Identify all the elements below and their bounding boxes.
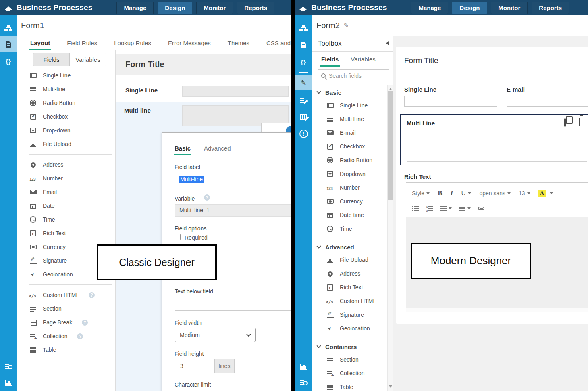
scroll-up-icon[interactable] xyxy=(389,86,392,90)
toolbox-item-signature[interactable]: Signature xyxy=(312,308,387,322)
richtext-resize-handle[interactable] xyxy=(406,308,588,312)
toolbox-item-section[interactable]: Section xyxy=(312,353,387,366)
field-item-multi-line[interactable]: Multi-line xyxy=(17,82,115,96)
toolbox-item-email[interactable]: E-mail xyxy=(312,126,387,140)
edit-form-name-icon[interactable]: ✎ xyxy=(344,22,349,29)
home-icon[interactable] xyxy=(5,5,12,11)
toolbox-item-number[interactable]: Number xyxy=(312,181,387,194)
home-icon[interactable] xyxy=(299,5,306,11)
field-item-custom-html[interactable]: Custom HTML? xyxy=(17,288,115,302)
selected-multi-line-field[interactable]: Multi Line xyxy=(400,114,588,165)
nav-item-reports[interactable]: Reports xyxy=(532,2,569,14)
field-item-collection[interactable]: Collection? xyxy=(17,329,115,343)
form-title[interactable]: Form Title xyxy=(404,56,438,65)
field-item-time[interactable]: Time xyxy=(17,213,115,226)
numbered-list-button[interactable] xyxy=(426,205,433,211)
align-dropdown[interactable] xyxy=(440,205,452,211)
field-item-page-break[interactable]: Page Break? xyxy=(17,316,115,329)
toolbox-item-date-time[interactable]: Date time xyxy=(312,208,387,222)
toolbox-item-address[interactable]: Address xyxy=(312,267,387,280)
alert-icon[interactable]: ! xyxy=(295,126,312,141)
toolbox-tab-variables[interactable]: Variables xyxy=(351,52,375,66)
field-item-file-upload[interactable]: File Upload xyxy=(17,137,115,151)
underline-dropdown[interactable]: U xyxy=(461,189,471,197)
field-item-email[interactable]: Email xyxy=(17,185,115,199)
field-item-rich-text[interactable]: Rich Text xyxy=(17,226,115,240)
sitemap-icon[interactable] xyxy=(0,20,17,36)
insert-link-button[interactable] xyxy=(478,207,484,210)
field-label-input[interactable]: Multi-line xyxy=(175,173,291,186)
delete-field-icon[interactable] xyxy=(579,118,580,125)
field-item-number[interactable]: Number xyxy=(17,171,115,185)
toolbox-scrollbar[interactable] xyxy=(387,85,393,391)
toolbox-item-currency[interactable]: Currency xyxy=(312,194,387,208)
toolbox-item-geolocation[interactable]: Geolocation xyxy=(312,322,387,335)
nav-item-design[interactable]: Design xyxy=(452,2,487,14)
collapse-panel-icon[interactable] xyxy=(384,41,389,45)
nav-item-monitor[interactable]: Monitor xyxy=(491,2,528,14)
toolbox-item-dropdown[interactable]: Dropdown xyxy=(312,167,387,181)
nav-item-manage[interactable]: Manage xyxy=(116,2,154,14)
single-line-field-input[interactable] xyxy=(182,86,289,97)
nav-item-design[interactable]: Design xyxy=(158,2,192,14)
section-advanced[interactable]: Advanced xyxy=(312,241,387,253)
help-icon[interactable]: ? xyxy=(204,194,210,201)
tab-themes[interactable]: Themes xyxy=(228,36,249,50)
toolbox-item-single-line[interactable]: Single Line xyxy=(312,98,387,112)
required-checkbox[interactable] xyxy=(175,234,181,240)
tab-error-messages[interactable]: Error Messages xyxy=(168,36,211,50)
field-item-table[interactable]: Table xyxy=(17,343,115,357)
properties-tab-basic[interactable]: Basic xyxy=(175,145,191,152)
italic-button[interactable]: I xyxy=(450,189,453,197)
search-list-icon[interactable] xyxy=(295,375,312,390)
duplicate-field-icon[interactable] xyxy=(564,119,566,126)
field-item-date[interactable]: Date xyxy=(17,199,115,213)
properties-tab-advanced[interactable]: Advanced xyxy=(204,145,231,152)
insert-table-dropdown[interactable] xyxy=(459,206,471,211)
nav-item-reports[interactable]: Reports xyxy=(237,2,274,14)
form-title-bar[interactable]: Form Title xyxy=(116,54,291,75)
toggle-variables[interactable]: Variables xyxy=(70,53,106,66)
help-icon[interactable]: ? xyxy=(77,333,83,339)
toolbox-tab-fields[interactable]: Fields xyxy=(321,52,339,66)
section-basic[interactable]: Basic xyxy=(312,86,387,98)
style-dropdown[interactable]: Style xyxy=(412,190,430,197)
toolbox-item-file-upload[interactable]: File Upload xyxy=(312,253,387,267)
font-size-dropdown[interactable]: 13 xyxy=(519,190,530,197)
braces-icon[interactable]: {} xyxy=(0,53,17,69)
field-width-select[interactable]: Medium xyxy=(175,328,256,342)
field-height-input[interactable]: 3 xyxy=(175,359,214,373)
bar-chart-icon[interactable] xyxy=(0,375,17,390)
table-rules-icon[interactable] xyxy=(295,109,312,124)
email-field-input[interactable] xyxy=(507,96,588,107)
search-list-icon[interactable] xyxy=(0,359,17,374)
sitemap-icon[interactable] xyxy=(295,20,312,36)
braces-icon[interactable]: {} xyxy=(295,54,312,69)
toolbox-item-custom-html[interactable]: Custom HTML xyxy=(312,294,387,308)
tab-lookup-rules[interactable]: Lookup Rules xyxy=(114,36,151,50)
toolbox-item-checkbox[interactable]: Checkbox xyxy=(312,140,387,153)
nav-item-monitor[interactable]: Monitor xyxy=(196,2,233,14)
pencil-designer-icon[interactable]: ✎ xyxy=(295,75,312,90)
toolbox-item-rich-text[interactable]: Rich Text xyxy=(312,280,387,294)
tab-css-javascript[interactable]: CSS and JavaScript xyxy=(266,36,291,50)
toolbox-item-radio-button[interactable]: Radio Button xyxy=(312,153,387,167)
text-below-field-input[interactable] xyxy=(175,297,291,311)
form-document-icon[interactable] xyxy=(295,37,312,52)
help-icon[interactable]: ? xyxy=(82,320,88,326)
tab-field-rules[interactable]: Field Rules xyxy=(67,36,97,50)
toolbox-item-table[interactable]: Table xyxy=(312,380,387,391)
help-icon[interactable]: ? xyxy=(89,292,95,298)
field-item-address[interactable]: Address xyxy=(17,158,115,171)
bar-chart-icon[interactable] xyxy=(295,359,312,374)
field-rules-icon[interactable] xyxy=(295,93,312,108)
font-color-dropdown[interactable]: A xyxy=(538,190,553,197)
scrollbar-thumb[interactable] xyxy=(388,91,393,200)
search-input[interactable] xyxy=(329,73,381,79)
toolbox-item-multi-line[interactable]: Multi Line xyxy=(312,112,387,126)
bullet-list-button[interactable] xyxy=(412,205,419,211)
toggle-fields[interactable]: Fields xyxy=(33,53,70,66)
scroll-down-icon[interactable] xyxy=(389,385,392,389)
form-document-icon[interactable] xyxy=(0,36,17,52)
toolbox-item-time[interactable]: Time xyxy=(312,222,387,236)
